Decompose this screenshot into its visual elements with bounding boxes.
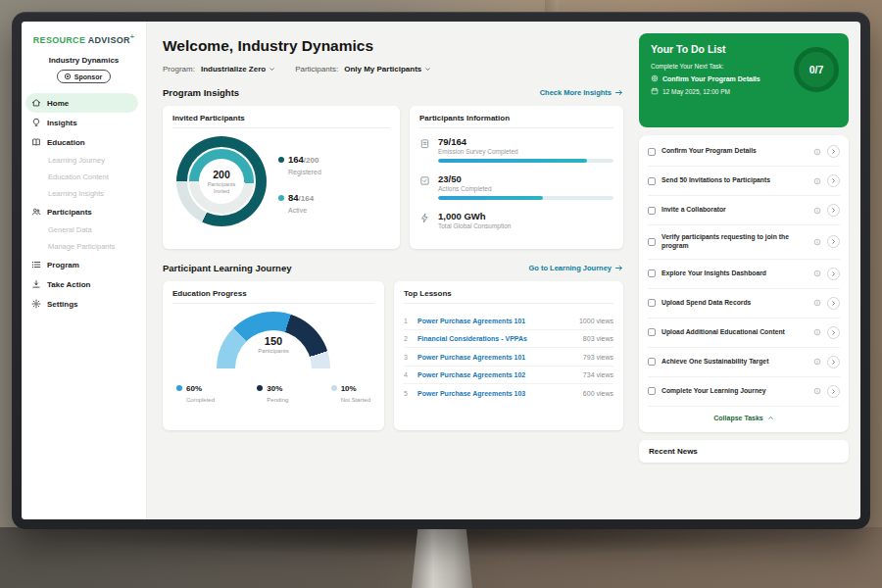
task-open-button[interactable] [827,297,840,310]
task-checkbox[interactable] [648,238,656,246]
info-icon[interactable] [813,358,821,366]
nav-label: Education Content [48,172,109,181]
recent-news-title: Recent News [649,447,698,456]
page-title: Welcome, Industry Dynamics [163,37,623,55]
task-checkbox[interactable] [648,299,656,307]
sidebar-item-participants[interactable]: Participants [22,202,146,221]
legend-item-registered: 164/200 Registered [278,149,321,175]
todo-next-task[interactable]: Confirm Your Program Details [651,74,798,82]
info-icon[interactable] [813,207,821,215]
gear-icon [31,299,41,309]
task-checkbox[interactable] [648,177,656,185]
nav-label: Learning Insights [48,189,104,198]
sidebar-item-program[interactable]: Program [22,255,146,274]
medal-icon [64,73,72,80]
program-filter-label: Program: [163,65,195,74]
chevron-right-icon [830,270,837,277]
sidebar-item-learning-journey[interactable]: Learning Journey [22,152,146,169]
lightbulb-icon [31,118,41,127]
task-open-button[interactable] [827,235,840,248]
lesson-row: 4 Power Purchase Agreements 102 734 view… [404,367,613,385]
clipboard-icon [419,138,430,149]
donut-legend: 164/200 Registered 84/164 Active [278,149,321,214]
info-icon[interactable] [813,387,821,395]
task-open-button[interactable] [827,356,840,368]
info-icon[interactable] [813,148,821,156]
sidebar-item-learning-insights[interactable]: Learning Insights [22,185,146,202]
sidebar: RESOURCE ADVISOR+ Industry Dynamics Spon… [22,22,147,519]
sidebar-item-manage-participants[interactable]: Manage Participants [22,238,146,255]
consumption-row: 1,000 GWh Total Global Consumption [419,211,613,233]
task-open-button[interactable] [827,174,840,187]
sidebar-item-general-data[interactable]: General Data [22,221,146,238]
task-checkbox[interactable] [648,358,656,366]
task-open-button[interactable] [827,268,840,280]
invited-participants-card: Invited Participants 200 Participants In… [163,106,400,249]
sponsor-badge-label: Sponsor [74,74,102,80]
todo-panel: Your To Do List Complete Your Next Task:… [635,22,860,519]
task-checkbox[interactable] [648,207,656,215]
lesson-link[interactable]: Power Purchase Agreements 103 [417,390,576,397]
info-icon[interactable] [813,270,821,277]
sponsor-badge[interactable]: Sponsor [57,70,111,83]
task-checkbox[interactable] [648,387,656,395]
donut-center-value: 200 [213,169,230,180]
recent-news-card: Recent News [639,440,849,463]
task-checkbox[interactable] [648,148,656,156]
go-to-learning-journey-link[interactable]: Go to Learning Journey [528,264,623,272]
lesson-link[interactable]: Power Purchase Agreements 102 [417,371,576,378]
info-icon[interactable] [813,328,821,336]
progress-bar [438,196,613,200]
chevron-up-icon [767,415,774,421]
sidebar-item-education-content[interactable]: Education Content [22,169,146,185]
participants-information-card: Participants Information 79/164 Emission… [410,106,623,249]
task-checkbox[interactable] [648,328,656,336]
organization-name: Industry Dynamics [22,56,146,65]
task-row: Complete Your Learning Journey [648,377,840,407]
chevron-right-icon [830,177,837,184]
sidebar-item-insights[interactable]: Insights [22,113,146,132]
lesson-link[interactable]: Power Purchase Agreements 101 [417,318,572,324]
task-open-button[interactable] [827,385,840,398]
program-select[interactable]: Industrialize Zero [201,65,275,74]
list-icon [31,260,41,270]
actions-completed-row: 23/50 Actions Completed [419,173,613,200]
logo-advisor: ADVISOR [88,35,130,45]
task-row: Explore Your Insights Dashboard [648,260,840,289]
lesson-row: 5 Power Purchase Agreements 103 600 view… [404,384,613,402]
legend-dot [278,195,284,201]
task-row: Achieve One Sustainability Target [648,348,840,377]
energy-bolt-icon [419,213,430,223]
collapse-tasks-link[interactable]: Collapse Tasks [648,407,840,430]
info-icon[interactable] [813,177,821,185]
task-open-button[interactable] [827,204,840,217]
legend-item-pending: 30% Pending [257,377,288,403]
sidebar-item-settings[interactable]: Settings [22,294,146,314]
task-row: Confirm Your Program Details [648,137,840,167]
task-row: Invite a Collaborator [648,196,840,225]
lesson-row: 3 Power Purchase Agreements 101 793 view… [404,348,613,367]
card-title: Top Lessons [404,289,613,304]
top-lessons-card: Top Lessons 1 Power Purchase Agreements … [394,281,623,430]
sidebar-item-home[interactable]: Home [25,93,138,113]
link-label: Go to Learning Journey [528,264,612,272]
task-row: Upload Additional Educational Content [648,318,840,348]
lesson-row: 2 Financial Considerations - VPPAs 803 v… [404,330,613,349]
info-icon[interactable] [813,299,821,307]
task-open-button[interactable] [827,145,840,158]
program-select-value: Industrialize Zero [201,65,266,74]
lesson-link[interactable]: Power Purchase Agreements 101 [417,354,576,361]
chevron-right-icon [830,207,837,214]
task-open-button[interactable] [827,326,840,339]
check-more-insights-link[interactable]: Check More Insights [540,88,623,97]
sidebar-item-take-action[interactable]: Take Action [22,274,146,294]
lesson-link[interactable]: Financial Considerations - VPPAs [417,335,576,342]
participants-select[interactable]: Only My Participants [344,65,431,74]
nav-label: Manage Participants [48,242,115,251]
learning-journey-title: Participant Learning Journey [163,263,291,273]
nav-label: Take Action [47,280,90,289]
check-square-icon [419,175,430,186]
task-checkbox[interactable] [648,270,656,277]
sidebar-item-education[interactable]: Education [22,132,146,152]
info-icon[interactable] [813,238,821,246]
